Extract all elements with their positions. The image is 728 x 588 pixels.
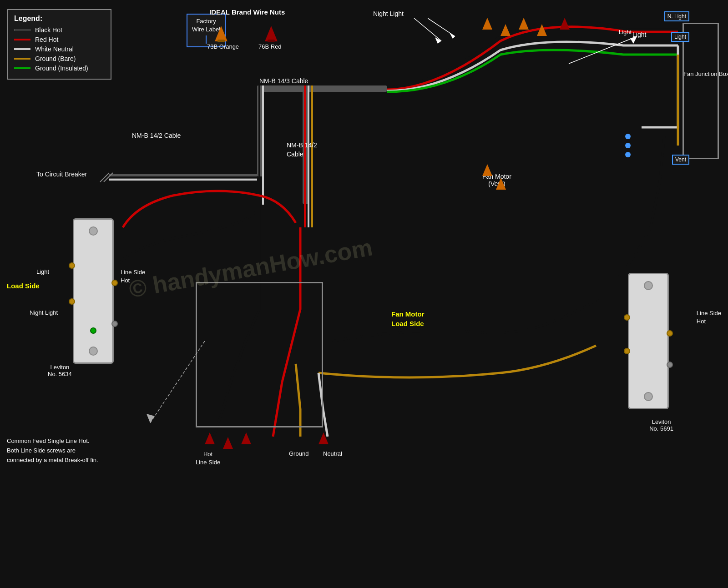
- common-feed-label: Common Feed Single Line Hot. Both Line S…: [7, 437, 98, 465]
- left-switch-screw-side-2: [69, 298, 75, 305]
- ground-label: Ground: [289, 450, 308, 457]
- wire-nut-hot-2: [223, 437, 233, 449]
- label-light-left: Light: [36, 268, 49, 275]
- right-switch-screw-side-2: [624, 348, 630, 354]
- light-tag-1: Light: [671, 32, 689, 42]
- svg-marker-20: [537, 24, 547, 36]
- wire-nut-orange-fan-3: [519, 17, 529, 30]
- leviton-left-label: LevitonNo. 5634: [48, 364, 72, 377]
- wire-nut-orange-fan-1: [482, 17, 492, 30]
- ideal-brand-label: IDEAL Brand Wire Nuts: [209, 8, 285, 16]
- left-switch-screw-side-3: [111, 280, 118, 286]
- legend-label-ground: Ground (Bare): [35, 55, 76, 62]
- svg-text:Light: Light: [619, 29, 632, 35]
- legend-line-black: [14, 29, 30, 31]
- svg-marker-18: [500, 24, 511, 36]
- right-switch-screw-side-1: [624, 314, 630, 321]
- label-night-light-left: Night Light: [30, 309, 58, 316]
- svg-marker-24: [482, 164, 492, 176]
- svg-marker-17: [482, 18, 492, 30]
- wire-nut-hot-1: [205, 432, 215, 445]
- n-light-tag: N. Light: [664, 11, 689, 21]
- svg-marker-33: [630, 36, 637, 44]
- cable-label-142-mid: NM-B 14/2Cable: [287, 141, 317, 159]
- svg-line-32: [569, 36, 637, 64]
- cable-label-142-top: NM-B 14/2 Cable: [132, 132, 181, 139]
- svg-rect-14: [217, 40, 225, 42]
- legend-line-green: [14, 67, 30, 69]
- svg-point-11: [625, 143, 631, 148]
- right-switch-screw-side-4: [667, 362, 673, 368]
- nut-label-76b: 76B Red: [258, 43, 282, 50]
- svg-marker-28: [241, 432, 251, 444]
- circuit-breaker-label: To Circuit Breaker: [36, 171, 87, 178]
- svg-line-30: [150, 341, 205, 423]
- vent-tag: Vent: [672, 155, 689, 165]
- svg-rect-0: [259, 85, 387, 92]
- legend-label-red: Red Hot: [35, 36, 58, 43]
- fan-junction-label: Fan Junction Box: [683, 70, 719, 77]
- legend-item-ground-bare: Ground (Bare): [14, 55, 104, 62]
- cable-label-143: NM-B 14/3 Cable: [259, 77, 308, 85]
- legend-item-black: Black Hot: [14, 26, 104, 34]
- left-switch-screw-top: [89, 226, 98, 236]
- legend-item-white: White Neutral: [14, 45, 104, 53]
- night-light-top-label: Night Light: [373, 10, 404, 17]
- light-arrows: Light: [546, 27, 660, 73]
- legend-label-black: Black Hot: [35, 26, 62, 34]
- wire-nut-red-1: [264, 25, 278, 42]
- wire-nut-orange-fan-2: [500, 24, 511, 36]
- wire-nut-hot-3: [241, 432, 251, 445]
- line-side-hot-left-label: Line SideHot: [121, 268, 145, 285]
- svg-marker-15: [265, 26, 278, 41]
- legend-item-red: Red Hot: [14, 36, 104, 43]
- load-side-left-label: Load Side: [7, 282, 40, 290]
- svg-marker-19: [519, 18, 529, 30]
- fan-junction-box: [682, 23, 719, 159]
- legend-box: Legend: Black Hot Red Hot White Neutral …: [7, 9, 111, 80]
- legend-label-white: White Neutral: [35, 45, 74, 53]
- legend-line-ground: [14, 58, 30, 60]
- wire-nut-fan-motor: [482, 164, 492, 176]
- legend-line-white: [14, 48, 30, 50]
- left-switch-screw-side-1: [69, 262, 75, 269]
- neutral-label: Neutral: [323, 450, 342, 457]
- leviton-right-label: LevitonNo. 5691: [649, 418, 673, 432]
- fan-motor-load-side-label: Fan MotorLoad Side: [391, 309, 425, 328]
- svg-rect-16: [268, 40, 275, 42]
- left-switch-ground-screw: [90, 327, 96, 334]
- legend-label-green: Ground (Insulated): [35, 65, 88, 72]
- svg-line-35: [414, 18, 441, 41]
- wire-nut-fan-motor-2: [496, 177, 506, 190]
- night-light-arrows: [400, 14, 455, 50]
- hot-line-side-label: HotLine Side: [196, 450, 220, 467]
- diagram-container: Legend: Black Hot Red Hot White Neutral …: [0, 0, 728, 588]
- nut-label-73b: 73B Orange: [207, 43, 239, 50]
- svg-point-10: [625, 134, 631, 139]
- svg-marker-13: [215, 26, 228, 41]
- wire-nut-orange-fan-4: [537, 24, 547, 36]
- line-side-hot-right-label: Line SideHot: [697, 309, 721, 326]
- left-switch-screw-bottom: [89, 347, 98, 356]
- dashed-arrow: [136, 341, 228, 432]
- svg-marker-27: [223, 437, 233, 449]
- left-switch-body: [73, 218, 114, 364]
- legend-item-ground-insulated: Ground (Insulated): [14, 65, 104, 72]
- legend-line-red: [14, 39, 30, 40]
- left-switch-screw-side-4: [111, 321, 118, 327]
- svg-marker-25: [496, 178, 506, 190]
- svg-marker-29: [318, 432, 329, 444]
- legend-title: Legend:: [14, 15, 104, 23]
- right-switch-screw-bottom: [644, 392, 653, 401]
- wire-nut-orange-1: [214, 25, 228, 42]
- svg-point-12: [625, 152, 631, 157]
- right-switch-body: [628, 273, 669, 409]
- right-switch-screw-top: [644, 281, 653, 290]
- svg-marker-26: [205, 432, 215, 444]
- wire-nut-neutral: [318, 432, 329, 445]
